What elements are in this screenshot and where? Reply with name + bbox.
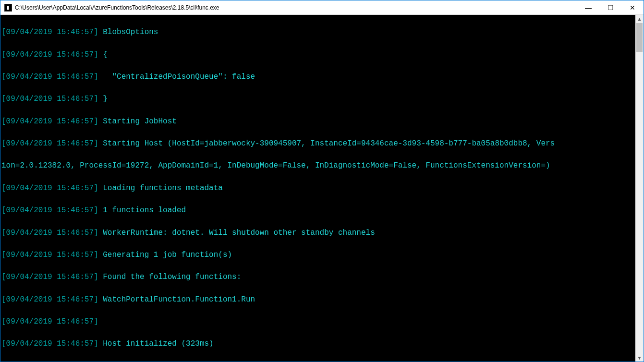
- log-timestamp: [09/04/2019 15:46:57]: [1, 339, 98, 348]
- log-message: Found the following functions:: [103, 273, 241, 281]
- log-timestamp: [09/04/2019 15:46:57]: [1, 95, 98, 103]
- log-message: BlobsOptions: [103, 28, 158, 36]
- log-timestamp: [09/04/2019 15:46:57]: [1, 273, 98, 281]
- app-icon: ▮: [4, 4, 12, 12]
- log-message: WatchPortalFunction.Function1.Run: [103, 295, 255, 304]
- log-timestamp: [09/04/2019 15:46:57]: [1, 139, 98, 148]
- log-timestamp: [09/04/2019 15:46:57]: [1, 229, 98, 237]
- window-titlebar: ▮ C:\Users\User\AppData\Local\AzureFunct…: [0, 0, 644, 15]
- log-timestamp: [09/04/2019 15:46:57]: [1, 184, 98, 193]
- log-timestamp: [09/04/2019 15:46:57]: [1, 295, 98, 304]
- log-timestamp: [09/04/2019 15:46:57]: [1, 50, 98, 59]
- log-timestamp: [09/04/2019 15:46:57]: [1, 117, 98, 126]
- log-message: "CentralizedPoisonQueue": false: [103, 72, 255, 81]
- vertical-scrollbar[interactable]: ▲ ▼: [635, 15, 644, 362]
- log-message: Starting Host (HostId=jabberwocky-390945…: [103, 139, 555, 148]
- close-button[interactable]: ✕: [621, 0, 644, 14]
- log-timestamp: [09/04/2019 15:46:57]: [1, 28, 98, 36]
- log-timestamp: [09/04/2019 15:46:57]: [1, 251, 98, 259]
- scroll-thumb[interactable]: [636, 23, 643, 52]
- minimize-button[interactable]: —: [577, 0, 599, 14]
- log-timestamp: [09/04/2019 15:46:57]: [1, 206, 98, 215]
- log-message: Generating 1 job function(s): [103, 251, 232, 259]
- log-message: Loading functions metadata: [103, 184, 223, 193]
- log-message: Starting JobHost: [103, 117, 177, 126]
- console-output[interactable]: [09/04/2019 15:46:57] BlobsOptions [09/0…: [0, 15, 635, 362]
- log-timestamp: [09/04/2019 15:46:57]: [1, 317, 98, 326]
- maximize-button[interactable]: ☐: [599, 0, 621, 14]
- scroll-track[interactable]: [635, 23, 644, 354]
- log-message-wrap: ion=2.0.12382.0, ProcessId=19272, AppDom…: [1, 161, 550, 170]
- log-message: {: [103, 50, 108, 59]
- log-message: Host initialized (323ms): [103, 339, 213, 348]
- window-controls: — ☐ ✕: [577, 0, 644, 14]
- window-title: C:\Users\User\AppData\Local\AzureFunctio…: [15, 4, 577, 11]
- scroll-down-button[interactable]: ▼: [635, 354, 644, 362]
- log-message: }: [103, 95, 108, 103]
- log-timestamp: [09/04/2019 15:46:57]: [1, 72, 98, 81]
- log-message: WorkerRuntime: dotnet. Will shutdown oth…: [103, 229, 375, 237]
- scroll-up-button[interactable]: ▲: [635, 15, 644, 23]
- log-message: 1 functions loaded: [103, 206, 186, 215]
